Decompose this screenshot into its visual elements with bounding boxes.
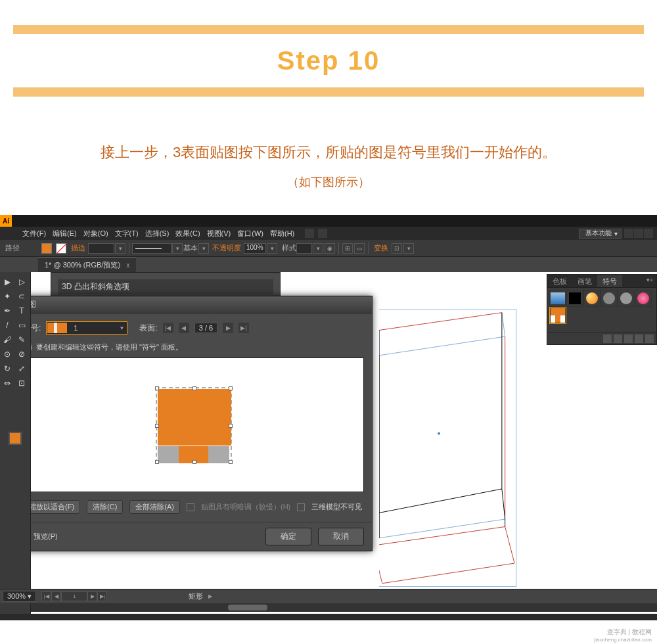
line-tool[interactable]: / [0,318,14,333]
blob-tool[interactable]: ⊙ [0,347,14,361]
cancel-button[interactable]: 取消 [318,528,364,545]
map-art-dialog: 贴图 符号: 1 ▼ 表面: |◀ [31,296,373,551]
free-transform-tool[interactable]: ⊡ [14,376,29,390]
tab-brushes[interactable]: 画笔 [572,275,597,287]
artboard-nav[interactable]: 1 [61,591,87,601]
brush-basic-label[interactable]: 基本 [183,243,198,253]
clear-all-button[interactable]: 全部清除(A) [129,500,180,514]
width-tool[interactable]: ⇔ [0,376,14,390]
symbol-gradient[interactable] [549,290,566,307]
rotate-tool[interactable]: ↻ [0,361,14,376]
stroke-label[interactable]: 描边 [71,243,85,253]
symbol-ink[interactable] [566,290,583,307]
stroke-weight-input[interactable] [88,243,114,254]
maximize-button[interactable] [634,229,643,238]
symbol-options-icon[interactable] [624,334,633,343]
workspace-selector[interactable]: 基本功能 ▾ [579,229,622,239]
direct-selection-tool[interactable]: ▷ [14,275,29,289]
invisible-checkbox[interactable] [297,503,305,511]
tab-swatches[interactable]: 色板 [547,275,572,287]
scrollbar-horizontal[interactable] [31,603,657,612]
paintbrush-tool[interactable]: 🖌 [0,333,14,347]
pen-tool[interactable]: ✒ [0,304,14,318]
nav-next-icon[interactable]: ▶ [87,591,97,601]
scale-tool[interactable]: ⤢ [14,361,29,376]
surface-indicator: 3 / 6 [194,323,217,333]
recolor-icon[interactable]: ◉ [325,243,335,254]
opacity-input[interactable]: 100% [244,243,266,254]
style-select[interactable] [296,243,312,254]
map-preview-panel[interactable] [31,357,364,492]
opacity-menu[interactable]: ▾ [267,243,277,254]
align-icon[interactable]: ⊞ [342,243,353,254]
brush-menu[interactable]: ▾ [172,243,183,254]
surface-next-icon[interactable]: ▶ [223,323,233,333]
style-menu[interactable]: ▾ [313,243,323,254]
symbol-select[interactable]: 1 ▼ [46,321,127,334]
menu-edit[interactable]: 编辑(E) [50,229,79,239]
shape-icon[interactable]: ▭ [354,243,365,254]
menu-window[interactable]: 窗口(W) [235,229,266,239]
symbol-flower[interactable] [635,290,652,307]
place-symbol-icon[interactable] [603,334,612,343]
rectangle-tool[interactable]: ▭ [14,318,29,333]
menu-view[interactable]: 视图(V) [204,229,234,239]
magic-wand-tool[interactable]: ✦ [0,289,14,304]
edit-icon[interactable]: ▾ [403,243,414,254]
symbol-sphere[interactable] [583,290,600,307]
layout-icon-2[interactable] [318,229,327,238]
status-menu-icon[interactable]: ▶ [208,593,212,599]
menu-object[interactable]: 对象(O) [81,229,111,239]
layout-icon[interactable] [305,229,314,238]
tab-symbols[interactable]: 符号 [597,275,622,287]
scale-to-fit-button[interactable]: 缩放以适合(F) [31,500,80,514]
eraser-tool[interactable]: ⊘ [14,347,29,361]
canvas-area[interactable]: 3D 凸出和斜角选项 贴图 符号: 1 [31,272,657,614]
surface-prev-icon[interactable]: ◀ [179,323,189,333]
menu-file[interactable]: 文件(F) [20,229,49,239]
fill-color-swatch[interactable] [41,243,52,254]
isolate-icon[interactable]: ⊡ [392,243,402,254]
stroke-menu[interactable]: ▾ [115,243,125,254]
app-statusbar: 300% ▾ |◀ ◀ 1 ▶ ▶| 矩形 ▶ [0,589,657,603]
menu-help[interactable]: 帮助(H) [267,229,297,239]
nav-prev-icon[interactable]: ◀ [51,591,61,601]
preview-shape[interactable] [156,387,232,463]
shading-checkbox[interactable] [187,503,194,511]
path-label: 路径 [5,243,20,253]
fill-indicator[interactable] [9,432,22,445]
nav-first-icon[interactable]: |◀ [41,591,51,601]
menu-select[interactable]: 选择(S) [143,229,172,239]
app-body: ▶▷ ✦⊂ ✒T /▭ 🖌✎ ⊙⊘ ↻⤢ ⇔⊡ 3D 凸出和斜角选项 贴图 [0,272,657,614]
close-button[interactable] [644,229,653,238]
opacity-label[interactable]: 不透明度 [212,243,241,253]
stroke-none-swatch[interactable] [56,243,66,254]
symbol-rosette[interactable] [618,290,635,307]
pencil-tool[interactable]: ✎ [14,333,29,347]
symbol-custom-1[interactable] [549,307,566,324]
lasso-tool[interactable]: ⊂ [14,289,29,304]
panel-menu-icon[interactable]: ▾≡ [643,275,656,287]
minimize-button[interactable] [624,229,633,238]
document-tab[interactable]: 1* @ 300% (RGB/预览) x [38,257,136,273]
clear-button[interactable]: 清除(C) [87,500,123,514]
status-object: 矩形 [189,591,203,601]
brush-def-menu[interactable]: ▾ [198,243,209,254]
nav-last-icon[interactable]: ▶| [97,591,107,601]
menu-effect[interactable]: 效果(C) [173,229,202,239]
scrollbar-thumb[interactable] [228,605,267,610]
zoom-select[interactable]: 300% ▾ [3,591,36,602]
ok-button[interactable]: 确定 [265,528,311,545]
invisible-label: 三维模型不可见 [311,502,362,512]
transform-label[interactable]: 变换 [374,243,388,253]
new-symbol-icon[interactable] [635,334,643,343]
surface-first-icon[interactable]: |◀ [163,323,173,333]
delete-symbol-icon[interactable] [645,334,654,343]
tab-close-icon[interactable]: x [126,262,129,269]
surface-last-icon[interactable]: ▶| [238,323,249,333]
symbol-gear[interactable] [600,290,618,307]
menu-type[interactable]: 文字(T) [112,229,141,239]
type-tool[interactable]: T [14,304,29,318]
break-link-icon[interactable] [614,334,622,343]
selection-tool[interactable]: ▶ [0,275,14,289]
